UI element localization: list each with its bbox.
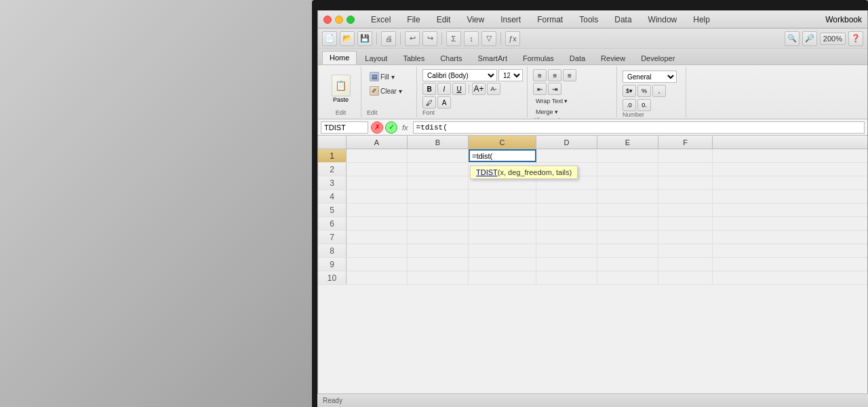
cell-a9[interactable] [347,258,408,271]
cell-b8[interactable] [408,244,469,257]
print-button[interactable]: 🖨 [381,31,396,46]
cell-e2[interactable] [597,163,658,176]
merge-button[interactable]: Merge ▾ [533,107,561,117]
function-button[interactable]: ƒx [505,31,520,46]
cell-c9[interactable] [469,258,536,271]
menu-data[interactable]: Data [612,14,634,26]
menu-view[interactable]: View [464,14,487,26]
sigma-button[interactable]: Σ [446,31,461,46]
row-num-10[interactable]: 10 [318,271,347,284]
help-icon-button[interactable]: ❓ [848,31,863,46]
cell-a1[interactable] [347,149,408,162]
cell-a8[interactable] [347,244,408,257]
cell-c1[interactable]: =tdist( TDIST(x, deg_freedom, tails) [469,149,536,162]
menu-help[interactable]: Help [690,14,713,26]
cell-e4[interactable] [597,190,658,203]
cell-c10[interactable] [469,271,536,284]
menu-edit[interactable]: Edit [434,14,454,26]
thousands-button[interactable]: , [652,85,666,97]
cell-a3[interactable] [347,176,408,189]
cell-a4[interactable] [347,190,408,203]
cell-e3[interactable] [597,176,658,189]
row-num-6[interactable]: 6 [318,217,347,230]
cell-b10[interactable] [408,271,469,284]
sort-button[interactable]: ↕ [464,31,479,46]
cell-a6[interactable] [347,217,408,230]
autocomplete-func-name[interactable]: TDIST [476,168,498,176]
cell-b1[interactable] [408,149,469,162]
cell-f5[interactable] [658,204,713,216]
menu-tools[interactable]: Tools [576,14,601,26]
cell-d8[interactable] [536,244,597,257]
tab-layout[interactable]: Layout [357,52,395,64]
cell-f1[interactable] [658,149,713,162]
cell-f2[interactable] [658,163,713,176]
highlight-button[interactable]: 🖊 [422,96,436,109]
percent-button[interactable]: % [637,85,651,97]
cell-d7[interactable] [536,231,597,244]
row-num-3[interactable]: 3 [318,176,347,189]
currency-button[interactable]: $▾ [623,85,636,97]
cell-b3[interactable] [408,176,469,189]
cell-b7[interactable] [408,231,469,244]
cell-b6[interactable] [408,217,469,230]
minimize-button[interactable] [335,16,343,24]
tab-review[interactable]: Review [593,52,633,64]
font-family-select[interactable]: Calibri (Body) [422,69,497,81]
open-button[interactable]: 📂 [340,31,355,46]
cell-f4[interactable] [658,190,713,203]
tab-smartart[interactable]: SmartArt [471,52,515,64]
font-size-select[interactable]: 12 [498,69,523,81]
decimal-decrease-button[interactable]: 0. [637,99,651,111]
filter-button[interactable]: ▽ [481,31,496,46]
tab-formulas[interactable]: Formulas [515,52,561,64]
indent-decrease-button[interactable]: ⇤ [533,83,547,95]
paste-button[interactable]: 📋 Paste [327,72,355,106]
cell-e8[interactable] [597,244,658,257]
cell-f6[interactable] [658,217,713,230]
col-header-d[interactable]: D [536,136,597,149]
menu-insert[interactable]: Insert [498,14,524,26]
col-header-c[interactable]: C [469,136,536,149]
col-header-f[interactable]: F [658,136,713,149]
cancel-formula-button[interactable]: ✗ [371,121,383,134]
cell-d6[interactable] [536,217,597,230]
cell-c6[interactable] [469,217,536,230]
menu-format[interactable]: Format [534,14,566,26]
cell-d10[interactable] [536,271,597,284]
row-num-7[interactable]: 7 [318,231,347,244]
align-right-button[interactable]: ≡ [563,69,576,81]
italic-button[interactable]: I [437,83,451,95]
cell-a5[interactable] [347,204,408,216]
row-num-9[interactable]: 9 [318,258,347,271]
name-box[interactable]: TDIST [321,121,368,134]
indent-increase-button[interactable]: ⇥ [548,83,561,95]
tab-home[interactable]: Home [322,51,357,64]
cell-e6[interactable] [597,217,658,230]
tab-developer[interactable]: Developer [633,52,682,64]
row-num-2[interactable]: 2 [318,163,347,176]
underline-button[interactable]: U [452,83,466,95]
cell-d1[interactable] [536,149,597,162]
cell-c4[interactable] [469,190,536,203]
cell-b5[interactable] [408,204,469,216]
formula-input[interactable] [413,121,865,134]
align-center-button[interactable]: ≡ [548,69,561,81]
clear-button[interactable]: ✐ Clear ▾ [367,85,405,97]
redo-button[interactable]: ↪ [422,31,437,46]
tab-tables[interactable]: Tables [395,52,432,64]
cell-f3[interactable] [658,176,713,189]
font-size-decrease-button[interactable]: A- [487,83,500,95]
save-button[interactable]: 💾 [357,31,372,46]
cell-a2[interactable] [347,163,408,176]
cell-b2[interactable] [408,163,469,176]
autocomplete-tooltip[interactable]: TDIST(x, deg_freedom, tails) [470,166,578,179]
cell-a7[interactable] [347,231,408,244]
undo-button[interactable]: ↩ [405,31,420,46]
col-header-e[interactable]: E [597,136,658,149]
row-num-1[interactable]: 1 [318,149,347,162]
cell-f8[interactable] [658,244,713,257]
wrap-text-button[interactable]: Wrap Text ▾ [533,96,570,106]
cell-c7[interactable] [469,231,536,244]
cell-e1[interactable] [597,149,658,162]
